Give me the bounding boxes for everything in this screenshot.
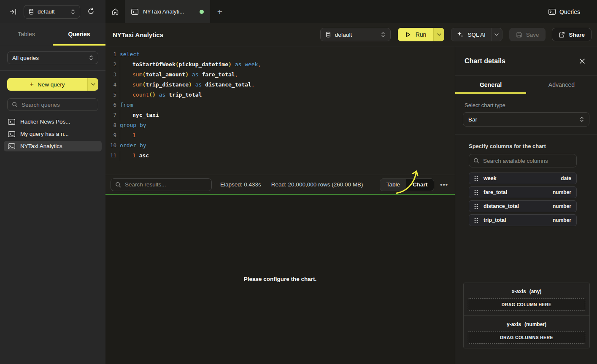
new-query-main[interactable]: + New query bbox=[7, 78, 87, 91]
sql-editor[interactable]: 1select2toStartOfWeek(pickup_datetime) a… bbox=[105, 46, 455, 175]
run-dropdown[interactable] bbox=[433, 28, 444, 41]
tab-advanced[interactable]: Advanced bbox=[526, 76, 597, 94]
sidebar-search-input[interactable] bbox=[22, 102, 94, 108]
home-icon[interactable] bbox=[105, 0, 125, 23]
y-axis-drop-zone[interactable]: DRAG COLUMNS HERE bbox=[468, 331, 585, 344]
code-token: count bbox=[132, 92, 149, 98]
drag-handle-icon[interactable] bbox=[474, 176, 478, 181]
code-token: toStartOfWeek bbox=[132, 61, 176, 67]
axes-config: x-axis(any) DRAG COLUMN HERE y-axis(numb… bbox=[463, 283, 590, 348]
y-axis-constraint: (number) bbox=[524, 321, 546, 327]
close-icon[interactable] bbox=[579, 58, 585, 64]
chart-view: Please configure the chart. bbox=[105, 195, 455, 364]
line-number: 9 bbox=[105, 130, 116, 140]
code-token: fare_total bbox=[202, 71, 235, 78]
query-list-item[interactable]: My query has a n... bbox=[4, 129, 102, 139]
chart-panel-divider bbox=[455, 134, 597, 135]
results-search[interactable] bbox=[111, 178, 212, 191]
plus-icon: + bbox=[30, 81, 34, 88]
save-button[interactable]: Save bbox=[509, 28, 546, 41]
code-token: trip_distance bbox=[146, 81, 189, 88]
run-button[interactable]: Run bbox=[398, 28, 445, 41]
code-line: 3sum(total_amount) as fare_total, bbox=[105, 70, 455, 80]
column-type: number bbox=[553, 217, 571, 223]
tab-general[interactable]: General bbox=[455, 76, 526, 94]
column-item[interactable]: weekdate bbox=[469, 173, 577, 184]
line-number: 11 bbox=[105, 151, 116, 161]
column-item[interactable]: fare_totalnumber bbox=[469, 186, 577, 198]
terminal-icon bbox=[8, 143, 15, 149]
query-filter-select[interactable]: All queries bbox=[7, 51, 98, 64]
chevron-updown-icon bbox=[71, 9, 75, 15]
chart-type-select[interactable]: Bar bbox=[463, 112, 589, 127]
query-list-item[interactable]: Hacker News Pos... bbox=[4, 116, 102, 127]
drag-handle-icon[interactable] bbox=[474, 190, 478, 195]
column-name: fare_total bbox=[484, 189, 507, 195]
line-number: 7 bbox=[105, 110, 116, 120]
results-search-input[interactable] bbox=[125, 181, 207, 188]
indent-guide bbox=[120, 130, 132, 140]
sql-ai-button[interactable]: SQL AI bbox=[451, 28, 502, 41]
share-button[interactable]: Share bbox=[552, 28, 592, 41]
drag-handle-icon[interactable] bbox=[474, 218, 478, 223]
column-type: number bbox=[553, 189, 571, 195]
columns-search[interactable] bbox=[469, 154, 577, 167]
y-axis-title: y-axis(number) bbox=[468, 321, 585, 327]
code-text: sum(total_amount) as fare_total, bbox=[116, 70, 238, 80]
drag-handle-icon[interactable] bbox=[474, 204, 478, 209]
sparkle-icon bbox=[457, 31, 464, 38]
new-query-dropdown[interactable] bbox=[87, 78, 98, 91]
line-number: 8 bbox=[105, 120, 116, 130]
code-token: asc bbox=[139, 152, 149, 159]
column-item[interactable]: distance_totalnumber bbox=[469, 200, 577, 212]
new-query-button[interactable]: + New query bbox=[7, 78, 98, 91]
chevron-updown-icon bbox=[580, 116, 584, 122]
queries-button[interactable]: Queries bbox=[543, 0, 586, 23]
document-header: NYTaxi Analytics default Run bbox=[105, 23, 597, 46]
sql-ai-main[interactable]: SQL AI bbox=[451, 28, 491, 41]
code-text: from bbox=[116, 100, 133, 110]
chart-details-panel: Chart details General Advanced Select ch… bbox=[455, 46, 597, 364]
save-label: Save bbox=[526, 32, 539, 38]
collapse-sidebar-icon[interactable] bbox=[9, 8, 17, 15]
code-token: group by bbox=[120, 122, 146, 128]
refresh-icon[interactable] bbox=[87, 8, 95, 16]
header-database-selector[interactable]: default bbox=[320, 28, 391, 41]
document-title: NYTaxi Analytics bbox=[113, 31, 163, 38]
tab-nytaxi-analytics[interactable]: NYTaxi Analyti... bbox=[125, 0, 210, 23]
code-token: 1 bbox=[132, 152, 136, 159]
sql-ai-dropdown[interactable] bbox=[491, 28, 502, 41]
topbar-database-selector[interactable]: default bbox=[24, 5, 80, 19]
y-axis-section: y-axis(number) DRAG COLUMNS HERE bbox=[464, 316, 589, 348]
chevron-updown-icon bbox=[381, 32, 385, 38]
query-list-item[interactable]: NYTaxi Analytics bbox=[4, 141, 102, 151]
x-axis-title: x-axis(any) bbox=[468, 289, 585, 294]
column-type: number bbox=[553, 203, 571, 209]
column-item[interactable]: trip_totalnumber bbox=[469, 214, 577, 226]
sidebar-tab-tables[interactable]: Tables bbox=[0, 23, 53, 45]
indent-guide bbox=[120, 80, 132, 90]
code-line: 2toStartOfWeek(pickup_datetime) as week, bbox=[105, 59, 455, 70]
code-token: , bbox=[258, 61, 261, 67]
code-line: 111 asc bbox=[105, 151, 455, 161]
sql-ai-label: SQL AI bbox=[467, 32, 485, 38]
new-tab-icon[interactable]: + bbox=[210, 0, 230, 23]
code-text: select bbox=[116, 49, 140, 59]
search-icon bbox=[12, 102, 18, 108]
x-axis-drop-zone[interactable]: DRAG COLUMN HERE bbox=[468, 298, 585, 311]
code-line: 7nyc_taxi bbox=[105, 110, 455, 120]
line-number: 10 bbox=[105, 140, 116, 151]
line-number: 2 bbox=[105, 59, 116, 70]
save-icon bbox=[516, 32, 522, 38]
code-text: order by bbox=[116, 140, 146, 151]
sidebar-tab-queries[interactable]: Queries bbox=[53, 23, 105, 45]
hint-arrow bbox=[393, 167, 420, 197]
line-number: 3 bbox=[105, 70, 116, 80]
columns-search-input[interactable] bbox=[483, 158, 572, 164]
code-text: group by bbox=[116, 120, 146, 130]
indent-guide bbox=[120, 110, 132, 120]
run-button-main[interactable]: Run bbox=[398, 28, 434, 41]
sidebar-search[interactable] bbox=[7, 98, 98, 111]
more-options-icon[interactable]: ••• bbox=[440, 181, 448, 188]
code-token: 1 bbox=[132, 132, 136, 138]
